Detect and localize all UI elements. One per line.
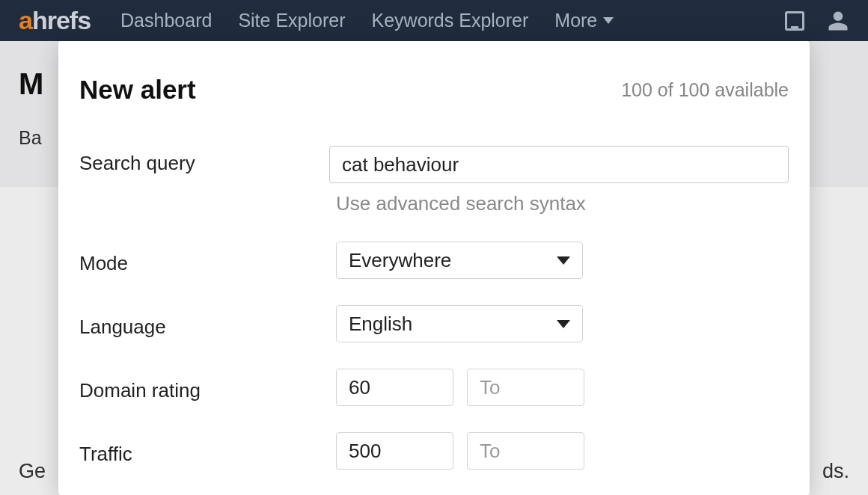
- traffic-to-input[interactable]: [467, 432, 584, 470]
- row-search-query: Search query: [79, 146, 789, 183]
- topbar-right: [785, 10, 849, 32]
- new-alert-modal: New alert 100 of 100 available Search qu…: [58, 41, 810, 495]
- row-traffic: Traffic: [79, 432, 789, 470]
- language-select[interactable]: English: [336, 305, 583, 342]
- language-select-value: English: [349, 313, 412, 336]
- chevron-down-icon: [557, 320, 570, 328]
- modal-title: New alert: [79, 75, 196, 105]
- advanced-syntax-link[interactable]: Use advanced search syntax: [336, 192, 789, 215]
- nav-more[interactable]: More: [554, 10, 614, 31]
- row-language: Language English: [79, 305, 789, 342]
- chevron-down-icon: [557, 256, 570, 265]
- domain-rating-from-input[interactable]: [336, 369, 453, 406]
- nav-dashboard[interactable]: Dashboard: [120, 10, 212, 31]
- mode-select[interactable]: Everywhere: [336, 242, 583, 279]
- mode-select-value: Everywhere: [349, 249, 451, 272]
- traffic-from-input[interactable]: [336, 432, 453, 470]
- top-nav: ahrefs Dashboard Site Explorer Keywords …: [0, 0, 868, 41]
- modal-quota: 100 of 100 available: [621, 79, 789, 101]
- logo-part-a: a: [19, 6, 32, 34]
- logo-part-rest: hrefs: [32, 6, 91, 34]
- label-domain-rating: Domain rating: [79, 373, 336, 402]
- label-search-query: Search query: [79, 146, 329, 175]
- label-mode: Mode: [79, 246, 336, 275]
- row-domain-rating: Domain rating: [79, 369, 789, 406]
- modal-header: New alert 100 of 100 available: [79, 75, 789, 105]
- chevron-down-icon: [603, 17, 614, 24]
- label-traffic: Traffic: [79, 437, 336, 466]
- logo[interactable]: ahrefs: [19, 6, 91, 35]
- search-query-input[interactable]: [329, 146, 789, 183]
- nav-more-label: More: [554, 10, 597, 31]
- domain-rating-to-input[interactable]: [467, 369, 584, 406]
- nav-site-explorer[interactable]: Site Explorer: [238, 10, 345, 31]
- inbox-icon[interactable]: [785, 11, 804, 31]
- label-language: Language: [79, 310, 336, 339]
- user-icon[interactable]: [827, 10, 849, 32]
- nav-keywords-explorer[interactable]: Keywords Explorer: [372, 10, 529, 31]
- row-mode: Mode Everywhere: [79, 242, 789, 279]
